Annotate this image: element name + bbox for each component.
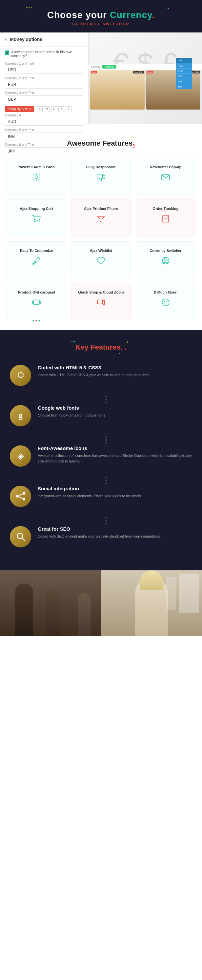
key-feature-seo: Great for SEO Coded with SEO in mind mak… <box>10 526 192 547</box>
feature-name-cart: Ajax Shopping Cart <box>10 206 63 211</box>
feature-card-admin: Powerful Admin Panel <box>6 158 66 194</box>
product-1: Sale Save 15% <box>90 70 145 110</box>
feature-icon-more <box>158 295 173 310</box>
svg-point-17 <box>22 492 25 495</box>
vertical-dots-2 <box>20 436 192 444</box>
v-dot <box>105 517 107 519</box>
feature-name-zoom: Quick Shop & Cloud Zoom <box>75 290 127 295</box>
feature-card-wishlist: Ajax Wishlist <box>71 242 131 278</box>
currency-1-input[interactable] <box>5 66 83 74</box>
currency-2-field: Currency 2 unit Text <box>5 76 83 89</box>
key-feature-html5-desc: Coded with HTML 5 and CSS 3 your website… <box>38 372 150 378</box>
currency-3-input[interactable] <box>5 95 83 103</box>
size-options: S M L 6 7 <box>37 106 72 112</box>
key-feature-social-desc: Integrated with all social elements. Sha… <box>38 493 142 499</box>
sale-badge-1: Sale <box>91 71 97 73</box>
dropdown-item-jpy[interactable]: JPY <box>176 84 192 89</box>
svg-point-15 <box>166 301 167 302</box>
currency-dropdown[interactable]: USD AUD EUR GBP INR JPY <box>176 58 192 89</box>
person-silhouette-3 <box>78 593 91 636</box>
currency-5-input[interactable] <box>5 132 83 140</box>
feature-card-newsletter: Newsletter Pop-up <box>136 158 196 194</box>
deco-circle: ● <box>167 6 169 10</box>
v-dot <box>105 477 107 478</box>
mail-icon <box>161 172 170 182</box>
v-dot <box>105 520 107 522</box>
dot-1 <box>33 320 35 321</box>
feature-icon-filters <box>94 212 108 226</box>
svg-point-13 <box>162 299 169 306</box>
header-title-pre: Choose your <box>47 10 110 20</box>
dropdown-item-aud[interactable]: AUD <box>176 63 192 68</box>
feature-card-carousel: Product Owl carousel <box>6 283 66 320</box>
deco-key-circle: ● <box>118 352 120 355</box>
key-features-section: 〜 + ● Key Features. ⬡ Coded with HTML5 &… <box>0 330 202 570</box>
heart-icon <box>96 256 106 266</box>
deco-key-plus: + <box>126 340 128 344</box>
dropdown-item-eur[interactable]: EUR <box>176 68 192 74</box>
feature-card-customize: Easy To Customize <box>6 242 66 278</box>
dropdown-item-gbp[interactable]: GBP <box>176 74 192 79</box>
shop-by-size-button[interactable]: Shop By Size ▾ <box>5 106 34 112</box>
svg-line-20 <box>19 497 22 498</box>
footer-img-left <box>0 570 101 636</box>
dropdown-item-inr[interactable]: INR <box>176 79 192 84</box>
currency-2-input[interactable] <box>5 81 83 89</box>
currency-2-label: Currency 2 unit Text <box>5 76 83 80</box>
bg-element-1 <box>179 574 199 613</box>
header-title-highlight: Currency <box>110 10 152 20</box>
social-share-icon <box>16 491 26 501</box>
person-main-silhouette <box>135 577 168 636</box>
currency-6-field: Currency 6 unit Text <box>5 143 83 155</box>
html5-icon: ⬡ <box>17 371 24 379</box>
key-feature-fonts: g Google web fonts Choose from 800+ font… <box>10 405 192 426</box>
svg-rect-7 <box>163 215 169 223</box>
dropdown-item-usd[interactable]: USD <box>176 58 192 63</box>
footer-img-right <box>101 570 202 636</box>
deco-key-squiggle: 〜 <box>70 339 76 345</box>
key-feature-fonts-desc: Choose from 800+ fonts from google fonts <box>38 413 105 418</box>
v-dot <box>105 396 107 398</box>
social-icon-wrap <box>10 486 31 507</box>
key-feature-html5-title: Coded with HTML5 & CSS3 <box>38 365 150 370</box>
vertical-dots-1 <box>20 396 192 403</box>
v-dot <box>105 523 107 525</box>
svg-line-19 <box>19 494 22 496</box>
feature-name-customize: Easy To Customize <box>10 248 63 253</box>
dot-3 <box>39 320 40 321</box>
svg-point-0 <box>35 175 38 178</box>
size-7[interactable]: 7 <box>65 106 72 112</box>
back-arrow[interactable]: ‹ <box>5 37 6 42</box>
featured-badge: Featured <box>102 65 116 68</box>
svg-rect-11 <box>33 300 39 305</box>
currency-4-input[interactable] <box>5 118 83 126</box>
feature-card-zoom: Quick Shop & Cloud Zoom <box>71 283 131 320</box>
save-badge-1: Save 15% <box>133 71 144 73</box>
svg-rect-12 <box>98 300 103 304</box>
size-s[interactable]: S <box>37 106 43 112</box>
v-dot <box>105 442 107 444</box>
feature-icon-cart <box>29 212 44 226</box>
dot-2 <box>36 320 37 321</box>
feature-card-cart: Ajax Shopping Cart <box>6 199 66 236</box>
size-6[interactable]: 6 <box>58 106 64 112</box>
key-title-pre: Key <box>75 343 91 351</box>
key-feature-html5: ⬡ Coded with HTML5 & CSS3 Coded with HTM… <box>10 365 192 386</box>
feature-icon-admin <box>29 170 44 185</box>
currency-6-input[interactable] <box>5 147 83 155</box>
currency-3-field: Currency 3 unit Text <box>5 91 83 103</box>
size-l[interactable]: L <box>51 106 57 112</box>
feature-icon-customize <box>29 253 44 268</box>
currency-1-label: Currency 1 unit Text <box>5 62 83 65</box>
size-m[interactable]: M <box>44 106 50 112</box>
key-feature-fontawesome: ◈ Font-Awesome icons Awesome collection … <box>10 445 192 467</box>
bg-element-2 <box>166 577 176 610</box>
currency-6-label: Currency 6 unit Text <box>5 143 83 146</box>
feature-name-more: & Much More! <box>139 290 192 295</box>
key-title-line-right <box>132 347 151 347</box>
key-feature-fonts-content: Google web fonts Choose from 800+ fonts … <box>38 405 105 418</box>
feature-card-currency: Currency Switcher <box>136 242 196 278</box>
google-fonts-icon-wrap: g <box>10 405 31 426</box>
person-silhouette-2 <box>46 590 60 636</box>
allow-shopper-checkbox[interactable] <box>5 51 9 55</box>
